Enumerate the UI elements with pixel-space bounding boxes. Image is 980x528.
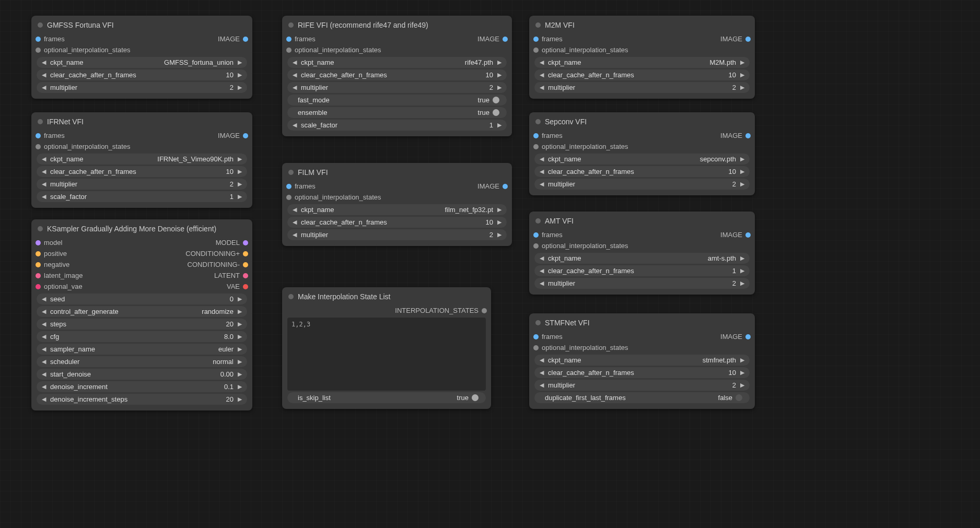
toggle-icon[interactable] [493, 109, 499, 116]
input-port-model[interactable] [36, 240, 41, 245]
param-clear-cache[interactable]: ◀clear_cache_after_n_frames1▶ [534, 265, 750, 276]
collapse-dot-icon[interactable] [38, 22, 43, 28]
param-multiplier[interactable]: ◀multiplier2▶ [37, 82, 247, 93]
output-port-vae[interactable] [243, 284, 248, 289]
input-port-optional[interactable] [533, 345, 539, 350]
output-port-model[interactable] [243, 240, 248, 245]
param-ckpt-name[interactable]: ◀ckpt_nameamt-s.pth▶ [534, 253, 750, 264]
collapse-dot-icon[interactable] [38, 119, 43, 124]
collapse-dot-icon[interactable] [288, 170, 294, 175]
param-scale-factor[interactable]: ◀scale_factor1▶ [37, 191, 247, 202]
input-port-negative[interactable] [36, 262, 41, 267]
param-scale-factor[interactable]: ◀scale_factor1▶ [287, 120, 507, 131]
toggle-icon[interactable] [736, 394, 742, 401]
param-multiplier[interactable]: ◀multiplier2▶ [287, 82, 507, 93]
prev-icon[interactable]: ◀ [41, 181, 47, 187]
output-port-image[interactable] [745, 232, 751, 238]
next-icon[interactable]: ▶ [237, 321, 243, 327]
prev-icon[interactable]: ◀ [41, 84, 47, 91]
input-port-optional[interactable] [286, 48, 291, 53]
next-icon[interactable]: ▶ [496, 84, 503, 91]
node-stmfnet[interactable]: STMFNet VFI frames IMAGE optional_interp… [529, 313, 755, 409]
next-icon[interactable]: ▶ [496, 231, 503, 238]
param-ckpt-name[interactable]: ◀ckpt_nameGMFSS_fortuna_union▶ [37, 57, 247, 68]
node-make-interpolation-state-list[interactable]: Make Interpolation State List INTERPOLAT… [282, 287, 491, 409]
node-sepconv[interactable]: Sepconv VFI frames IMAGE optional_interp… [529, 112, 755, 195]
prev-icon[interactable]: ◀ [291, 206, 298, 213]
output-port-image[interactable] [745, 37, 751, 42]
param-clear-cache[interactable]: ◀clear_cache_after_n_frames10▶ [534, 166, 750, 177]
prev-icon[interactable]: ◀ [291, 84, 298, 91]
collapse-dot-icon[interactable] [38, 226, 43, 231]
next-icon[interactable]: ▶ [739, 72, 745, 78]
output-port-image[interactable] [503, 37, 508, 42]
prev-icon[interactable]: ◀ [41, 308, 47, 315]
param-scheduler[interactable]: ◀schedulernormal▶ [37, 356, 247, 367]
prev-icon[interactable]: ◀ [539, 181, 545, 187]
input-port-frames[interactable] [286, 184, 291, 189]
prev-icon[interactable]: ◀ [291, 231, 298, 238]
prev-icon[interactable]: ◀ [539, 156, 545, 162]
param-denoise-increment[interactable]: ◀denoise_increment0.1▶ [37, 381, 247, 392]
prev-icon[interactable]: ◀ [539, 369, 545, 376]
param-sampler-name[interactable]: ◀sampler_nameeuler▶ [37, 344, 247, 355]
param-cfg[interactable]: ◀cfg8.0▶ [37, 331, 247, 342]
next-icon[interactable]: ▶ [739, 369, 745, 376]
input-port-optional[interactable] [533, 144, 539, 149]
prev-icon[interactable]: ◀ [539, 72, 545, 78]
input-port-frames[interactable] [36, 133, 41, 138]
param-control-after-generate[interactable]: ◀control_after_generaterandomize▶ [37, 306, 247, 317]
collapse-dot-icon[interactable] [288, 22, 294, 28]
prev-icon[interactable]: ◀ [291, 122, 298, 128]
prev-icon[interactable]: ◀ [291, 219, 298, 226]
output-port-cond-pos[interactable] [243, 251, 248, 256]
input-port-optional[interactable] [533, 48, 539, 53]
param-clear-cache[interactable]: ◀clear_cache_after_n_frames10▶ [287, 69, 507, 80]
input-port-latent[interactable] [36, 273, 41, 278]
input-port-frames[interactable] [533, 232, 539, 238]
prev-icon[interactable]: ◀ [41, 383, 47, 390]
param-clear-cache[interactable]: ◀clear_cache_after_n_frames10▶ [534, 367, 750, 378]
output-port-image[interactable] [243, 37, 248, 42]
next-icon[interactable]: ▶ [237, 383, 243, 390]
param-ckpt-name[interactable]: ◀ckpt_nameM2M.pth▶ [534, 57, 750, 68]
output-port-interpolation-states[interactable] [482, 308, 487, 313]
next-icon[interactable]: ▶ [739, 84, 745, 91]
node-film[interactable]: FILM VFI frames IMAGE optional_interpola… [282, 163, 512, 246]
next-icon[interactable]: ▶ [739, 255, 745, 262]
next-icon[interactable]: ▶ [237, 84, 243, 91]
param-seed[interactable]: ◀seed0▶ [37, 294, 247, 304]
next-icon[interactable]: ▶ [237, 193, 243, 200]
next-icon[interactable]: ▶ [739, 267, 745, 274]
toggle-icon[interactable] [472, 394, 479, 401]
next-icon[interactable]: ▶ [496, 59, 503, 66]
prev-icon[interactable]: ◀ [539, 280, 545, 287]
prev-icon[interactable]: ◀ [41, 358, 47, 365]
collapse-dot-icon[interactable] [535, 320, 541, 325]
next-icon[interactable]: ▶ [739, 382, 745, 389]
node-ifrnet[interactable]: IFRNet VFI frames IMAGE optional_interpo… [31, 112, 252, 208]
param-multiplier[interactable]: ◀multiplier2▶ [287, 229, 507, 240]
param-clear-cache[interactable]: ◀clear_cache_after_n_frames10▶ [37, 69, 247, 80]
param-multiplier[interactable]: ◀multiplier2▶ [534, 278, 750, 289]
prev-icon[interactable]: ◀ [539, 382, 545, 389]
prev-icon[interactable]: ◀ [539, 168, 545, 175]
next-icon[interactable]: ▶ [237, 358, 243, 365]
collapse-dot-icon[interactable] [535, 218, 541, 224]
prev-icon[interactable]: ◀ [41, 396, 47, 403]
param-duplicate-frames[interactable]: duplicate_first_last_framesfalse [534, 392, 750, 403]
param-ckpt-name[interactable]: ◀ckpt_namesepconv.pth▶ [534, 154, 750, 165]
prev-icon[interactable]: ◀ [41, 193, 47, 200]
param-ckpt-name[interactable]: ◀ckpt_nameIFRNet_S_Vimeo90K.pth▶ [37, 154, 247, 165]
next-icon[interactable]: ▶ [237, 59, 243, 66]
output-port-cond-neg[interactable] [243, 262, 248, 267]
output-port-image[interactable] [503, 184, 508, 189]
param-ckpt-name[interactable]: ◀ckpt_namefilm_net_fp32.pt▶ [287, 204, 507, 215]
prev-icon[interactable]: ◀ [539, 255, 545, 262]
param-start-denoise[interactable]: ◀start_denoise0.00▶ [37, 369, 247, 380]
node-m2m[interactable]: M2M VFI frames IMAGE optional_interpolat… [529, 16, 755, 99]
node-rife[interactable]: RIFE VFI (recommend rife47 and rife49) f… [282, 16, 512, 136]
param-ckpt-name[interactable]: ◀ckpt_namerife47.pth▶ [287, 57, 507, 68]
next-icon[interactable]: ▶ [739, 357, 745, 363]
next-icon[interactable]: ▶ [237, 296, 243, 302]
